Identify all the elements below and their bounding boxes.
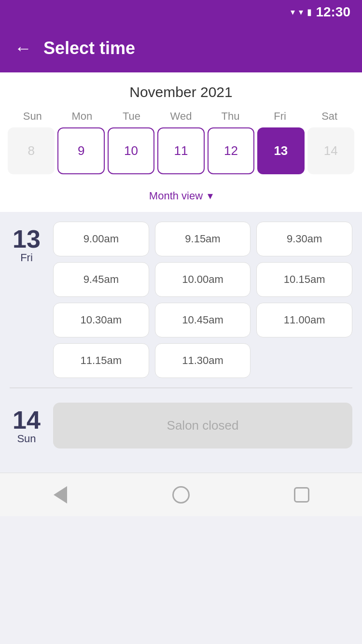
day-number-14: 14 [13, 407, 41, 433]
day-header-sat: Sat [305, 110, 354, 123]
home-circle-icon [172, 486, 190, 504]
page-title: Select time [43, 38, 135, 58]
day-name-13: Fri [20, 252, 33, 264]
time-slot-930am[interactable]: 9.30am [256, 222, 352, 256]
recents-square-icon [294, 487, 309, 503]
slots-grid-13: 9.00am 9.15am 9.30am 9.45am 10.00am 10.1… [53, 222, 352, 378]
calendar-section: November 2021 Sun Mon Tue Wed Thu Fri Sa… [0, 72, 362, 212]
time-slot-1015am[interactable]: 10.15am [256, 262, 352, 297]
day-headers: Sun Mon Tue Wed Thu Fri Sat [8, 110, 354, 123]
day-header-tue: Tue [107, 110, 156, 123]
recents-nav-button[interactable] [287, 480, 316, 509]
cal-day-13[interactable]: 13 [257, 127, 304, 174]
back-triangle-icon [54, 486, 67, 504]
back-button[interactable]: ← [14, 38, 32, 58]
cal-day-14: 14 [307, 127, 354, 174]
time-slot-900am[interactable]: 9.00am [53, 222, 149, 256]
day-header-sun: Sun [8, 110, 57, 123]
day-divider [10, 388, 352, 388]
wifi-icon: ▾ [291, 7, 295, 17]
time-slot-1115am[interactable]: 11.15am [53, 343, 149, 378]
slots-section: 13 Fri 9.00am 9.15am 9.30am 9.45am 10.00… [0, 212, 362, 473]
month-year-label: November 2021 [8, 84, 354, 100]
time-slot-1030am[interactable]: 10.30am [53, 303, 149, 337]
status-bar: ▾ ▾ ▮ 12:30 [0, 0, 362, 24]
day-header-fri: Fri [255, 110, 305, 123]
signal-icon: ▾ [299, 7, 303, 17]
cal-day-8: 8 [8, 127, 55, 174]
chevron-down-icon: ▾ [208, 190, 213, 202]
calendar-week: 8 9 10 11 12 13 14 [8, 127, 354, 182]
day-name-14: Sun [17, 433, 36, 445]
time-slot-1100am[interactable]: 11.00am [256, 303, 352, 337]
month-view-toggle[interactable]: Month view ▾ [8, 182, 354, 212]
month-view-label: Month view [149, 190, 203, 202]
home-nav-button[interactable] [167, 480, 195, 509]
day-label-14: 14 Sun [10, 403, 43, 448]
cal-day-9[interactable]: 9 [57, 127, 104, 174]
time-slot-1000am[interactable]: 10.00am [155, 262, 251, 297]
back-nav-button[interactable] [46, 480, 75, 509]
cal-day-12[interactable]: 12 [208, 127, 254, 174]
day-section-13: 13 Fri 9.00am 9.15am 9.30am 9.45am 10.00… [10, 222, 352, 378]
day-label-13: 13 Fri [10, 222, 43, 378]
status-icons: ▾ ▾ ▮ 12:30 [291, 4, 350, 20]
time-slot-945am[interactable]: 9.45am [53, 262, 149, 297]
time-slot-1045am[interactable]: 10.45am [155, 303, 251, 337]
time-slot-1130am[interactable]: 11.30am [155, 343, 251, 378]
day-header-thu: Thu [206, 110, 255, 123]
day-header-mon: Mon [57, 110, 107, 123]
cal-day-11[interactable]: 11 [157, 127, 204, 174]
day-header-wed: Wed [156, 110, 206, 123]
salon-closed-message: Salon closed [53, 403, 352, 448]
cal-day-10[interactable]: 10 [108, 127, 154, 174]
battery-icon: ▮ [307, 7, 312, 17]
day-number-13: 13 [13, 226, 41, 252]
nav-bar [0, 473, 362, 516]
header: ← Select time [0, 24, 362, 72]
status-time: 12:30 [316, 4, 350, 20]
day-section-14: 14 Sun Salon closed [10, 403, 352, 448]
time-slot-915am[interactable]: 9.15am [155, 222, 251, 256]
